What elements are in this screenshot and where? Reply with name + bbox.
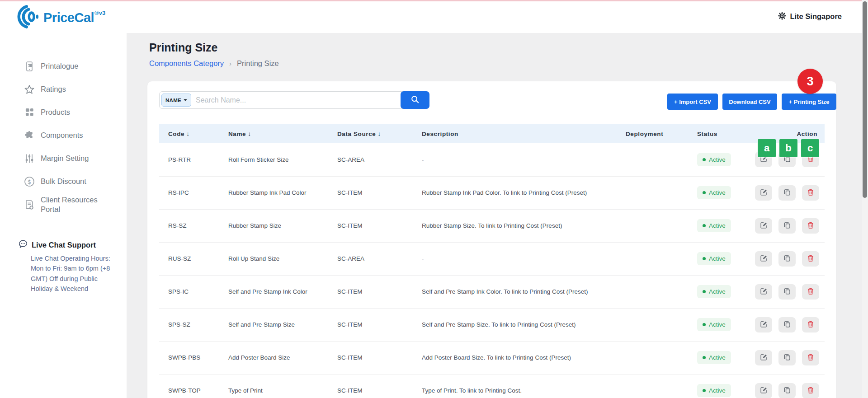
sidebar-item-bulk-discount[interactable]: $ Bulk Discount [0,170,127,193]
sidebar-item-components[interactable]: Components [0,124,127,147]
download-csv-button[interactable]: Download CSV [722,94,777,110]
table-row: SWPB-PBS Add Poster Board Size SC-ITEM A… [159,341,825,374]
status-badge: Active [697,351,731,364]
sidebar-item-products[interactable]: Products [0,101,127,124]
sidebar-item-label: Printalogue [41,61,78,71]
annotation-label-a: a [758,139,776,157]
cell-name: Rubber Stamp Size [219,209,328,242]
cell-data-source: SC-ITEM [328,341,413,374]
live-chat-support: Live Chat Support Live Chat Operating Ho… [0,227,127,294]
delete-button[interactable] [802,251,819,267]
delete-button[interactable] [802,350,819,365]
copy-icon [783,254,791,263]
copy-button[interactable] [778,317,796,332]
column-header-code[interactable]: Code↓ [159,124,219,143]
search-field-dropdown[interactable]: NAME [161,94,191,107]
cell-deployment [617,143,688,176]
sidebar: Printalogue Ratings Products [0,33,127,398]
copy-button[interactable] [778,218,796,234]
cell-actions [748,209,825,242]
sidebar-item-printalogue[interactable]: Printalogue [0,55,127,78]
table-row: RS-SZ Rubber Stamp Size SC-ITEM Rubber S… [159,209,825,242]
top-header: PriceCal®v3 Lite Singapore [0,0,868,33]
edit-icon [760,320,768,329]
import-csv-button[interactable]: + Import CSV [667,94,718,110]
live-chat-title: Live Chat Support [32,241,96,249]
dollar-circle-icon: $ [24,176,35,187]
copy-button[interactable] [778,185,796,201]
cell-code: PS-RTR [159,143,219,176]
edit-button[interactable] [755,284,772,300]
edit-button[interactable] [755,185,772,201]
cell-data-source: SC-ITEM [328,176,413,209]
delete-button[interactable] [802,383,819,398]
cell-status: Active [688,242,748,275]
column-header-status: Status [688,124,748,143]
column-header-deployment: Deployment [617,124,688,143]
delete-button[interactable] [802,317,819,332]
cell-actions [748,374,825,398]
edit-button[interactable] [755,383,772,398]
breadcrumb-parent-link[interactable]: Components Category [149,59,224,68]
delete-button[interactable] [802,185,819,201]
copy-icon [783,386,791,395]
cell-deployment [617,242,688,275]
status-dot-icon [703,257,706,260]
cell-deployment [617,209,688,242]
edit-button[interactable] [755,350,772,365]
cell-description: Add Poster Board Size. To link to Printi… [413,341,617,374]
cell-deployment [617,308,688,341]
search-input[interactable] [196,96,397,104]
cell-description: Self and Pre Stamp Ink Color. To link to… [413,275,617,308]
cell-data-source: SC-ITEM [328,209,413,242]
add-printing-size-button[interactable]: + Printing Size [782,94,836,110]
delete-button[interactable] [802,284,819,300]
cell-description: - [413,242,617,275]
cell-data-source: SC-AREA [328,242,413,275]
cell-code: RS-SZ [159,209,219,242]
copy-button[interactable] [778,284,796,300]
cell-status: Active [688,176,748,209]
puzzle-icon [24,130,35,140]
search-button[interactable] [401,91,429,109]
cell-code: SPS-SZ [159,308,219,341]
copy-button[interactable] [778,251,796,267]
trash-icon [807,320,814,329]
edit-button[interactable] [755,251,772,267]
column-header-name[interactable]: Name↓ [219,124,328,143]
column-header-data-source[interactable]: Data Source↓ [328,124,413,143]
top-accent-line [0,0,868,1]
page-scrollbar[interactable] [862,0,868,398]
table-row: PS-RTR Roll Form Sticker Size SC-AREA - … [159,143,825,176]
table-row: RS-IPC Rubber Stamp Ink Pad Color SC-ITE… [159,176,825,209]
sort-down-icon: ↓ [186,131,189,137]
sidebar-item-margin-setting[interactable]: Margin Setting [0,147,127,170]
edit-button[interactable] [755,218,772,234]
sidebar-item-client-resources[interactable]: Client Resources Portal [0,193,127,216]
copy-icon [783,221,791,230]
scrollbar-thumb[interactable] [863,1,867,198]
search-field-label: NAME [165,98,181,103]
delete-button[interactable] [802,218,819,234]
copy-button[interactable] [778,383,796,398]
copy-icon [783,320,791,329]
table-header-row: Code↓ Name↓ Data Source↓ Description Dep… [159,124,825,143]
status-dot-icon [703,389,706,392]
status-dot-icon [703,323,706,326]
annotation-label-c: c [801,139,819,157]
cell-actions [748,308,825,341]
workspace-selector[interactable]: Lite Singapore [778,0,842,33]
copy-button[interactable] [778,350,796,365]
status-dot-icon [703,290,706,293]
edit-button[interactable] [755,317,772,332]
sidebar-item-label: Ratings [41,84,66,94]
edit-icon [760,188,768,197]
cell-data-source: SC-AREA [328,143,413,176]
status-dot-icon [703,191,706,194]
table-row: SWPB-TOP Type of Print SC-ITEM Type of P… [159,374,825,398]
status-badge: Active [697,153,731,166]
status-badge: Active [697,318,731,331]
sidebar-item-label: Client Resources Portal [41,195,118,214]
sidebar-item-label: Products [41,108,70,117]
sidebar-item-ratings[interactable]: Ratings [0,78,127,101]
